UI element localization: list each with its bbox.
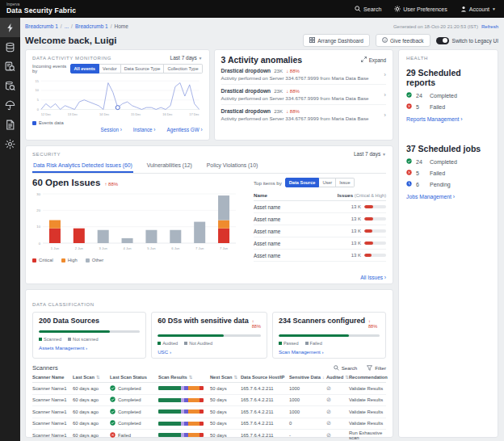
scanners-filter-label: Filter bbox=[375, 365, 386, 371]
dam-range-select[interactable]: Last 7 days ▼ bbox=[170, 55, 203, 61]
anomaly-item[interactable]: Drastical dropdown23K↓ 88%Activity perfo… bbox=[221, 65, 386, 84]
give-feedback-button[interactable]: Give feedback bbox=[376, 34, 430, 47]
user-preferences-button[interactable]: User Preferences bbox=[394, 6, 447, 12]
issues-bar bbox=[364, 254, 386, 257]
dam-filter-data-source-type[interactable]: Data Source Type bbox=[121, 64, 165, 74]
breadcrumb-item[interactable]: ... bbox=[65, 23, 69, 29]
svg-text:14 Dec: 14 Dec bbox=[99, 112, 109, 116]
legend-label: Failed bbox=[310, 341, 322, 346]
column-header-sensitive-data[interactable]: Sensitive Data↓ bbox=[289, 375, 326, 380]
top-items-col-issues: Issues (Critical & High) bbox=[338, 192, 386, 198]
svg-text:16 Dec: 16 Dec bbox=[162, 112, 172, 116]
search-button[interactable]: Search bbox=[355, 6, 381, 12]
legend-label: Other bbox=[92, 258, 104, 262]
search-label: Search bbox=[363, 6, 381, 12]
security-tabs: Data Risk Analytics Detected Issues (60)… bbox=[32, 160, 386, 174]
issues-bar-fill bbox=[364, 217, 373, 220]
reports-icon[interactable] bbox=[0, 115, 20, 134]
audited-icon: ⊘ bbox=[326, 432, 349, 439]
dam-filter-collection-type[interactable]: Collection Type bbox=[164, 64, 202, 74]
logo-icon[interactable] bbox=[0, 18, 20, 37]
column-header-scan-results[interactable]: Scan Results⇅ bbox=[158, 375, 210, 380]
tab-vulnerabilities-12-[interactable]: Vulnerabilities (12) bbox=[146, 160, 193, 173]
top-items-by-data-source[interactable]: Data Source bbox=[285, 178, 320, 187]
legend-swatch bbox=[68, 338, 71, 341]
audited-icon: ⊘ bbox=[326, 397, 349, 403]
svg-text:6 Jun: 6 Jun bbox=[171, 246, 180, 250]
search-icon bbox=[355, 6, 361, 12]
clock-icon bbox=[406, 181, 412, 187]
data-search-icon[interactable] bbox=[0, 76, 20, 95]
scanners-filter-button[interactable]: Filter bbox=[367, 365, 386, 372]
anomaly-description: Activity performed on Server 334.6767.99… bbox=[221, 116, 378, 121]
legacy-ui-toggle[interactable]: Switch to Legacy UI bbox=[436, 37, 498, 44]
scan-results-segment bbox=[188, 410, 200, 414]
legend-item-other: Other bbox=[86, 258, 104, 262]
data-sources-icon[interactable] bbox=[0, 37, 20, 57]
anomaly-value: 23K bbox=[274, 68, 283, 74]
anomaly-item[interactable]: Drastical dropdown23K↓ 88%Activity perfo… bbox=[221, 104, 386, 124]
issues-bar bbox=[364, 217, 386, 220]
top-items-col-name: Name bbox=[254, 192, 267, 198]
column-header-last-scan[interactable]: Last Scan⇅ bbox=[73, 375, 110, 380]
refresh-link[interactable]: Refresh bbox=[481, 24, 498, 29]
audited-icon: ⊘ bbox=[326, 385, 349, 392]
reports-management-link[interactable]: Reports Management › bbox=[406, 116, 490, 122]
legend-label: Not scanned bbox=[73, 337, 98, 342]
last-scan-cell: 60 days ago bbox=[73, 421, 110, 426]
check-icon bbox=[406, 158, 412, 165]
breadcrumb-item[interactable]: Breadcrumb 1 bbox=[75, 23, 108, 29]
issues-count: 13 K bbox=[351, 229, 361, 233]
account-menu[interactable]: Account ▼ bbox=[460, 6, 496, 12]
dam-card-title: Data Activity Monitoring bbox=[32, 56, 111, 61]
dam-link-session[interactable]: Session › bbox=[101, 127, 122, 132]
dam-filter-vendor[interactable]: Vendor bbox=[99, 64, 121, 74]
classification-progress bbox=[279, 334, 380, 337]
security-range-select[interactable]: Last 7 days ▼ bbox=[354, 151, 386, 157]
assets-management-link[interactable]: Assets Management › bbox=[39, 345, 140, 351]
page-title: Welcome back, Luigi bbox=[25, 36, 117, 45]
dam-link-instance[interactable]: Instance › bbox=[133, 127, 156, 132]
anomaly-value: 23K bbox=[274, 108, 283, 114]
last-scan-cell: 60 days ago bbox=[73, 397, 110, 402]
scanner-table-row: Scanner Name160 days agoCompleted50 days… bbox=[32, 418, 386, 430]
usc-link[interactable]: USC › bbox=[158, 349, 261, 355]
top-items-by-issue[interactable]: Issue bbox=[336, 178, 354, 187]
generated-timestamp: Generated on 18-Oct-20 21:20:53 (IST) bbox=[393, 24, 478, 29]
umbrella-icon[interactable] bbox=[0, 95, 20, 115]
scanners-search-button[interactable]: Search bbox=[334, 365, 358, 372]
svg-text:0: 0 bbox=[39, 242, 41, 246]
expand-button[interactable]: Expand bbox=[361, 57, 386, 63]
breadcrumb-item: Home bbox=[115, 23, 128, 29]
breadcrumb-item[interactable]: Breadcrumb 1 bbox=[25, 23, 58, 29]
issues-bar-fill bbox=[364, 242, 373, 245]
completed-check-icon bbox=[110, 420, 116, 426]
anomaly-item[interactable]: Drastical dropdown23K↓ 88%Activity perfo… bbox=[221, 84, 386, 104]
legacy-ui-label: Switch to Legacy UI bbox=[452, 38, 498, 44]
activity-search-icon[interactable] bbox=[0, 57, 20, 76]
tab-data-risk-analytics-detected-issues-60-[interactable]: Data Risk Analytics Detected Issues (60) bbox=[32, 160, 133, 173]
arrange-dashboard-button[interactable]: Arrange Dashboard bbox=[303, 34, 370, 47]
scan-management-link[interactable]: Scan Management › bbox=[279, 349, 380, 355]
tab-policy-violations-10-[interactable]: Policy Violations (10) bbox=[206, 160, 258, 173]
other-swatch bbox=[86, 258, 90, 262]
dam-filter-all-events[interactable]: All events bbox=[70, 64, 99, 74]
settings-icon[interactable] bbox=[0, 134, 20, 153]
svg-text:15 Dec: 15 Dec bbox=[131, 112, 141, 116]
scanner-table-row: Scanner Name160 days agoFailed50 days165… bbox=[32, 430, 386, 441]
top-bar: Imperva Data Security Fabric Search User… bbox=[0, 0, 504, 18]
classification-card: 234 Scanners configured↑ 88%PassedFailed… bbox=[272, 312, 386, 359]
dam-link-agentless-gw[interactable]: Agentless GW › bbox=[166, 127, 202, 132]
sensitive-data-cell: 0 bbox=[289, 421, 326, 426]
completed-check-icon bbox=[110, 385, 116, 392]
failed-x-icon bbox=[110, 432, 116, 439]
column-header-next-scan[interactable]: Next Scan⇅ bbox=[210, 375, 241, 380]
top-items-by-user[interactable]: User bbox=[319, 178, 336, 187]
jobs-management-link[interactable]: Jobs Management › bbox=[406, 194, 490, 200]
security-section-label: Security bbox=[32, 152, 61, 157]
all-issues-link[interactable]: All Issues › bbox=[254, 275, 386, 280]
anomaly-delta: ↓ 88% bbox=[286, 89, 300, 94]
column-header-audited[interactable]: Audited⇅ bbox=[326, 375, 349, 380]
health-status-row: 5Failed bbox=[406, 103, 490, 110]
svg-text:0: 0 bbox=[37, 107, 39, 111]
